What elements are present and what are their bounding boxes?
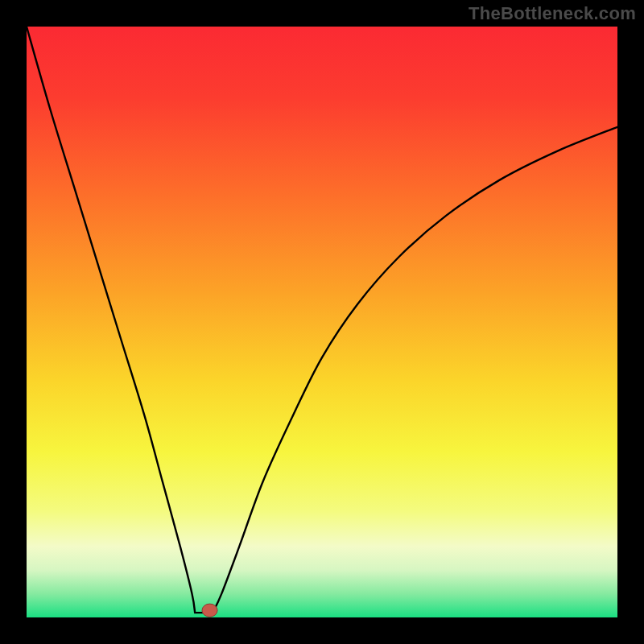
chart-svg — [0, 0, 644, 644]
chart-canvas: TheBottleneck.com — [0, 0, 644, 644]
optimum-marker — [202, 604, 217, 617]
watermark-text: TheBottleneck.com — [469, 3, 636, 24]
